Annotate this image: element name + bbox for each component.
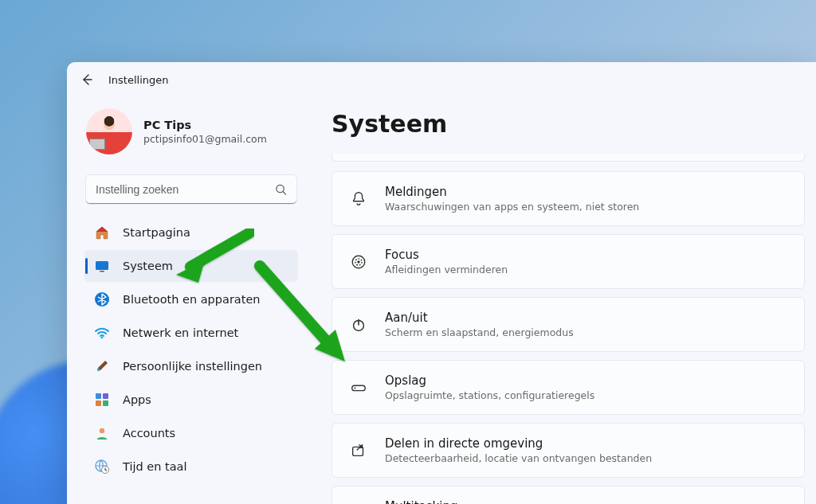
share-icon	[348, 440, 369, 461]
card-meldingen[interactable]: Meldingen Waarschuwingen van apps en sys…	[332, 171, 805, 226]
page-title: Systeem	[332, 110, 805, 138]
card-opslag[interactable]: Opslag Opslagruimte, stations, configura…	[332, 360, 805, 415]
svg-rect-5	[96, 393, 101, 399]
card-title: Meldingen	[385, 185, 639, 199]
person-icon	[94, 425, 110, 441]
titlebar: Instellingen	[67, 62, 816, 97]
svg-rect-1	[96, 261, 108, 270]
sidebar-item-label: Tijd en taal	[123, 460, 187, 473]
card-subtitle: Waarschuwingen van apps en systeem, niet…	[385, 201, 639, 213]
globe-clock-icon	[94, 459, 110, 475]
main-content: Systeem Meldingen Waarschuwingen van app…	[311, 97, 816, 504]
profile-block[interactable]: PC Tips pctipsinfo01@gmail.com	[83, 97, 300, 172]
power-icon	[348, 315, 369, 335]
card-subtitle: Afleidingen verminderen	[385, 264, 508, 275]
svg-rect-2	[100, 271, 104, 272]
svg-rect-6	[103, 393, 108, 399]
svg-rect-18	[353, 447, 363, 455]
sidebar-item-label: Bluetooth en apparaten	[123, 293, 261, 306]
brush-icon	[94, 358, 110, 374]
bell-icon	[348, 189, 369, 209]
search-input[interactable]	[86, 175, 296, 204]
card-subtitle: Opslagruimte, stations, configuratierege…	[385, 389, 594, 401]
card-multitasking[interactable]: Multitasking Uitgelijnde vensters, burea…	[332, 486, 805, 504]
profile-email: pctipsinfo01@gmail.com	[143, 133, 267, 145]
svg-point-14	[357, 260, 359, 263]
sidebar-item-label: Startpagina	[123, 226, 190, 239]
card-title: Aan/uit	[385, 311, 574, 325]
drive-icon	[348, 377, 369, 398]
search-icon	[275, 184, 287, 196]
card-delen[interactable]: Delen in directe omgeving Detecteerbaarh…	[332, 423, 805, 478]
profile-name: PC Tips	[143, 119, 267, 131]
card-focus[interactable]: Focus Afleidingen verminderen	[332, 234, 805, 289]
sidebar-item-apps[interactable]: Apps	[84, 384, 298, 416]
sidebar-item-label: Systeem	[123, 260, 173, 272]
card-title: Focus	[385, 248, 508, 262]
avatar	[86, 108, 132, 154]
settings-window: Instellingen PC Tips pctipsinfo01@gmail.…	[67, 62, 816, 504]
sidebar-item-label: Apps	[123, 393, 151, 406]
svg-rect-7	[96, 400, 101, 406]
nav-list: Startpagina Systeem Bluetooth en apparat…	[83, 217, 300, 483]
system-icon	[94, 258, 110, 274]
svg-point-4	[101, 337, 104, 339]
card-title: Multitasking	[385, 499, 683, 504]
card-subtitle: Scherm en slaapstand, energiemodus	[385, 326, 574, 338]
svg-rect-8	[103, 400, 108, 406]
sidebar: PC Tips pctipsinfo01@gmail.com Startpagi…	[67, 97, 311, 504]
wifi-icon	[94, 325, 110, 341]
svg-rect-16	[352, 385, 366, 390]
sidebar-item-tijdtaal[interactable]: Tijd en taal	[84, 451, 298, 483]
app-title: Instellingen	[108, 74, 169, 86]
sidebar-item-label: Persoonlijke instellingen	[123, 360, 262, 373]
arrow-left-icon	[80, 73, 93, 86]
card-aanuit[interactable]: Aan/uit Scherm en slaapstand, energiemod…	[332, 297, 805, 352]
sidebar-item-label: Netwerk en internet	[123, 326, 238, 339]
svg-point-9	[100, 428, 104, 433]
bluetooth-icon	[94, 291, 110, 307]
home-icon	[94, 225, 110, 240]
sidebar-item-label: Accounts	[123, 427, 175, 440]
sidebar-item-systeem[interactable]: Systeem	[84, 250, 298, 282]
sidebar-item-startpagina[interactable]: Startpagina	[84, 217, 298, 248]
card-peek	[332, 154, 805, 162]
apps-icon	[94, 392, 110, 408]
card-subtitle: Detecteerbaarheid, locatie van ontvangen…	[385, 452, 652, 464]
sidebar-item-bluetooth[interactable]: Bluetooth en apparaten	[84, 283, 298, 315]
focus-icon	[348, 252, 369, 272]
svg-point-0	[277, 185, 284, 192]
sidebar-item-netwerk[interactable]: Netwerk en internet	[84, 317, 298, 349]
sidebar-item-accounts[interactable]: Accounts	[84, 417, 298, 449]
search-box	[86, 175, 296, 204]
sidebar-item-persoonlijke[interactable]: Persoonlijke instellingen	[84, 350, 298, 382]
svg-point-17	[355, 387, 356, 389]
card-title: Opslag	[385, 373, 594, 388]
card-title: Delen in directe omgeving	[385, 436, 652, 451]
back-button[interactable]	[80, 72, 94, 87]
